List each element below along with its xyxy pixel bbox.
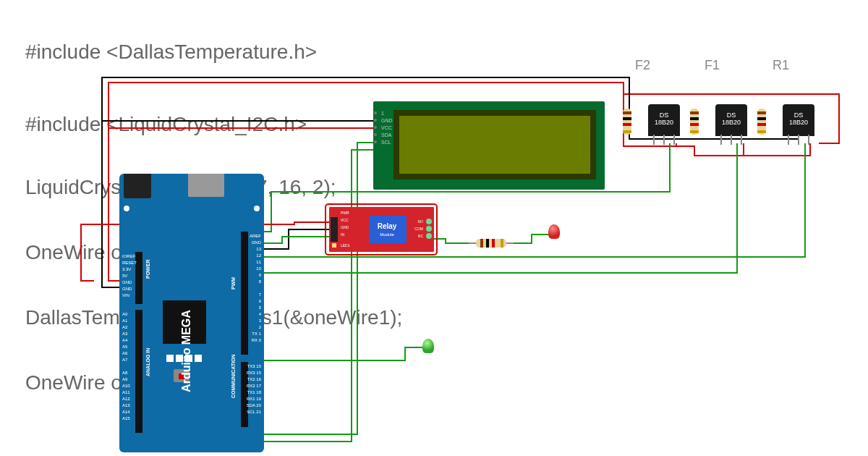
svg-rect-21 (135, 252, 142, 304)
svg-rect-105 (623, 130, 631, 133)
code-line: #include <LiquidCrystal_I2C.h> (25, 113, 307, 136)
svg-text:SDA: SDA (381, 132, 392, 138)
svg-text:RX3 15: RX3 15 (247, 371, 262, 375)
svg-text:VCC: VCC (381, 125, 392, 130)
svg-rect-11 (124, 174, 151, 198)
code-line: #include <DallasTemperature.h> (25, 41, 317, 64)
ds18b20-sensor: DS18B20 (648, 104, 680, 136)
svg-text:Module: Module (380, 232, 394, 237)
svg-text:Arduino MEGA: Arduino MEGA (180, 310, 192, 392)
svg-text:A13: A13 (122, 403, 130, 408)
svg-text:A7: A7 (122, 358, 128, 362)
svg-text:PWR: PWR (341, 211, 349, 215)
pullup-resistor (688, 101, 701, 142)
svg-text:SCL 21: SCL 21 (247, 410, 261, 414)
svg-text:AREF: AREF (250, 234, 261, 238)
svg-text:RX2 17: RX2 17 (247, 384, 262, 388)
svg-rect-22 (135, 310, 142, 433)
svg-point-13 (254, 206, 260, 211)
svg-text:POWER: POWER (145, 260, 150, 279)
relay-module: Relay Module PWR VCC GND IN LED1 NO COM … (329, 207, 434, 252)
svg-text:GND: GND (341, 225, 349, 229)
svg-text:8: 8 (259, 279, 262, 284)
svg-rect-15 (166, 355, 174, 362)
svg-text:NC: NC (418, 234, 424, 238)
svg-rect-81 (331, 217, 338, 242)
svg-text:IN: IN (341, 232, 344, 237)
svg-point-6 (374, 119, 377, 122)
svg-text:Relay: Relay (378, 222, 397, 230)
pullup-resistor (621, 101, 634, 142)
svg-text:A4: A4 (122, 338, 128, 342)
svg-text:A5: A5 (122, 345, 128, 349)
svg-text:SDA 20: SDA 20 (247, 403, 262, 408)
svg-rect-108 (690, 117, 699, 120)
svg-rect-97 (492, 239, 495, 248)
svg-text:PWM: PWM (231, 277, 236, 290)
svg-text:12: 12 (256, 253, 261, 258)
svg-text:GND: GND (252, 240, 262, 245)
svg-rect-10 (188, 174, 224, 197)
svg-rect-87 (332, 243, 336, 248)
svg-text:RX1 19: RX1 19 (247, 397, 262, 401)
svg-text:3: 3 (259, 318, 262, 323)
resistor (469, 236, 514, 250)
led-green (422, 339, 434, 353)
svg-rect-114 (757, 123, 766, 126)
svg-text:1: 1 (381, 111, 384, 116)
led-red (548, 224, 560, 239)
svg-text:A1: A1 (122, 318, 128, 323)
svg-text:COM: COM (414, 227, 423, 231)
svg-rect-98 (501, 239, 503, 248)
svg-text:TX1 18: TX1 18 (247, 390, 262, 394)
svg-text:TX3 15: TX3 15 (247, 364, 262, 368)
svg-point-5 (374, 111, 377, 114)
svg-point-8 (374, 133, 377, 136)
svg-text:3.3V: 3.3V (122, 267, 131, 271)
svg-rect-102 (623, 111, 631, 114)
svg-text:TX2 16: TX2 16 (247, 377, 262, 381)
pullup-resistor (755, 101, 768, 142)
svg-text:RX 0: RX 0 (252, 338, 262, 342)
svg-text:11: 11 (256, 260, 261, 264)
svg-text:5V: 5V (122, 274, 127, 278)
svg-text:A10: A10 (122, 384, 130, 388)
svg-text:2: 2 (259, 325, 262, 329)
svg-rect-112 (757, 111, 766, 114)
svg-rect-115 (757, 130, 766, 133)
svg-text:RESET: RESET (122, 261, 137, 265)
svg-text:A8: A8 (122, 371, 128, 375)
svg-text:VIN: VIN (122, 293, 129, 297)
ds18b20-sensor: DS18B20 (783, 104, 814, 136)
svg-rect-96 (486, 239, 489, 248)
svg-text:A6: A6 (122, 351, 128, 355)
label-f1: F1 (705, 58, 720, 73)
svg-text:A2: A2 (122, 325, 128, 329)
svg-point-91 (426, 219, 432, 224)
svg-text:9: 9 (259, 273, 262, 277)
svg-text:A0: A0 (122, 312, 128, 316)
svg-rect-109 (690, 123, 699, 126)
svg-text:10: 10 (256, 266, 261, 271)
svg-rect-113 (757, 117, 766, 120)
svg-text:GND: GND (381, 118, 393, 123)
lcd-module (373, 101, 605, 190)
svg-text:A12: A12 (122, 397, 130, 401)
svg-rect-104 (623, 123, 631, 126)
svg-text:LED1: LED1 (341, 243, 350, 248)
svg-point-12 (124, 206, 129, 211)
svg-text:7: 7 (259, 292, 262, 297)
svg-text:13: 13 (256, 247, 261, 251)
svg-rect-110 (690, 130, 699, 133)
svg-rect-23 (241, 232, 248, 355)
svg-text:SCL: SCL (381, 140, 391, 145)
svg-text:4: 4 (259, 312, 262, 316)
svg-text:VCC: VCC (341, 218, 349, 222)
svg-text:NO: NO (418, 219, 424, 224)
svg-point-92 (426, 226, 432, 232)
svg-text:IOREF: IOREF (122, 254, 136, 258)
svg-point-93 (426, 233, 432, 239)
svg-text:6: 6 (259, 299, 262, 303)
svg-text:GND: GND (122, 280, 132, 284)
svg-rect-18 (195, 355, 202, 362)
